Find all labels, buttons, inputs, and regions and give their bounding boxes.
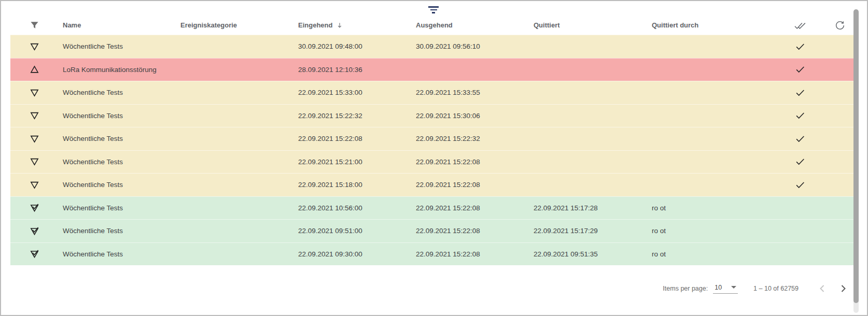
page-size-select[interactable]: 10 (713, 284, 738, 294)
triangle-down-icon (29, 88, 40, 98)
column-header-quittiert[interactable]: Quittiert (529, 21, 647, 29)
done-all-icon[interactable] (794, 19, 806, 32)
cell-name: Wöchentliche Tests (58, 135, 176, 142)
cell-name: Wöchentliche Tests (58, 227, 176, 235)
table-row[interactable]: Wöchentliche Tests 22.09.2021 15:18:00 2… (10, 173, 858, 196)
cell-acknowledged-by: ro ot (647, 227, 777, 235)
cell-outgoing: 22.09.2021 15:22:08 (411, 250, 529, 258)
triangle-up-icon (29, 64, 40, 75)
cell-acknowledged-by: ro ot (647, 204, 777, 212)
acknowledge-check-icon[interactable] (794, 110, 806, 121)
paginator-range-label: 1 – 10 of 62759 (753, 285, 799, 292)
ack-action-cell (777, 156, 823, 167)
triangle-down-check-icon (29, 226, 40, 236)
filter-funnel-icon[interactable] (30, 20, 39, 30)
column-header-ereigniskategorie[interactable]: Ereigniskategorie (176, 21, 293, 29)
column-header-name[interactable]: Name (58, 21, 176, 29)
acknowledge-check-icon[interactable] (794, 133, 806, 145)
chevron-down-icon (731, 286, 736, 289)
cell-incoming: 22.09.2021 15:18:00 (293, 181, 411, 189)
cell-incoming: 28.09.2021 12:10:36 (293, 66, 411, 74)
alarm-table-page: Name Ereigniskategorie Eingehend Ausgehe… (0, 0, 868, 316)
chevron-right-icon (837, 282, 849, 295)
cell-outgoing: 22.09.2021 15:30:06 (411, 112, 529, 120)
ack-action-cell (777, 64, 823, 75)
column-header-quittiert-durch[interactable]: Quittiert durch (647, 21, 777, 29)
cell-name: Wöchentliche Tests (58, 181, 176, 189)
cell-acknowledged-by: ro ot (647, 250, 777, 258)
cell-incoming: 22.09.2021 15:22:32 (293, 112, 411, 120)
next-page-button[interactable] (833, 278, 853, 299)
state-cell (10, 41, 58, 52)
state-cell (10, 203, 58, 213)
ack-action-cell (777, 110, 823, 121)
table-row[interactable]: Wöchentliche Tests 22.09.2021 09:51:00 2… (10, 219, 858, 242)
table-row[interactable]: Wöchentliche Tests 22.09.2021 15:21:00 2… (10, 150, 858, 174)
table-row[interactable]: Wöchentliche Tests 22.09.2021 15:22:08 2… (10, 127, 858, 150)
table-row[interactable]: Wöchentliche Tests 30.09.2021 09:48:00 3… (10, 35, 858, 58)
triangle-down-icon (29, 180, 40, 190)
ack-action-cell (777, 133, 823, 145)
cell-incoming: 22.09.2021 15:21:00 (293, 158, 411, 166)
cell-outgoing: 22.09.2021 15:33:55 (411, 89, 529, 96)
acknowledge-check-icon[interactable] (794, 41, 806, 52)
filter-list-bar (430, 9, 437, 11)
cell-incoming: 22.09.2021 10:56:00 (293, 204, 411, 212)
triangle-down-icon (29, 41, 40, 52)
cell-name: Wöchentliche Tests (58, 112, 176, 120)
table-row[interactable]: Wöchentliche Tests 22.09.2021 15:33:00 2… (10, 81, 858, 104)
cell-incoming: 30.09.2021 09:48:00 (293, 42, 411, 50)
previous-page-button[interactable] (812, 278, 833, 299)
table-row[interactable]: Wöchentliche Tests 22.09.2021 10:56:00 2… (10, 196, 858, 220)
cell-name: Wöchentliche Tests (58, 158, 176, 166)
cell-outgoing: 22.09.2021 15:22:08 (411, 227, 529, 235)
alarm-table: Name Ereigniskategorie Eingehend Ausgehe… (10, 16, 858, 265)
state-cell (10, 110, 58, 121)
cell-acknowledged: 22.09.2021 15:17:28 (529, 204, 647, 212)
table-header: Name Ereigniskategorie Eingehend Ausgehe… (10, 16, 858, 35)
cell-outgoing: 22.09.2021 15:22:08 (411, 204, 529, 212)
cell-outgoing: 22.09.2021 15:22:08 (411, 158, 529, 166)
cell-acknowledged: 22.09.2021 09:51:35 (529, 250, 647, 258)
cell-incoming: 22.09.2021 15:33:00 (293, 89, 411, 96)
cell-name: Wöchentliche Tests (58, 89, 176, 96)
cell-outgoing: 30.09.2021 09:56:10 (411, 42, 529, 50)
filter-list-bar (432, 12, 435, 13)
column-header-ausgehend[interactable]: Ausgehend (411, 21, 529, 29)
acknowledge-check-icon[interactable] (794, 156, 806, 167)
state-cell (10, 64, 58, 75)
cell-outgoing: 22.09.2021 15:22:08 (411, 181, 529, 189)
page-size-value: 10 (715, 284, 722, 291)
filter-list-icon[interactable] (426, 4, 441, 16)
triangle-down-check-icon (29, 203, 40, 213)
state-cell (10, 180, 58, 190)
state-cell (10, 156, 58, 167)
header-ack-all-cell (777, 19, 823, 32)
acknowledge-check-icon[interactable] (794, 179, 806, 191)
triangle-down-check-icon (29, 249, 40, 259)
scrollbar-thumb[interactable] (853, 9, 859, 303)
acknowledge-check-icon[interactable] (794, 87, 806, 98)
triangle-down-icon (29, 110, 40, 121)
refresh-icon[interactable] (834, 20, 846, 31)
cell-name: Wöchentliche Tests (58, 204, 176, 212)
ack-action-cell (777, 41, 823, 52)
triangle-down-icon (29, 156, 40, 167)
column-header-eingehend[interactable]: Eingehend (293, 21, 411, 29)
acknowledge-check-icon[interactable] (794, 64, 806, 75)
state-cell (10, 134, 58, 144)
table-row[interactable]: Wöchentliche Tests 22.09.2021 15:22:32 2… (10, 104, 858, 127)
items-per-page-label: Items per page: (663, 285, 708, 292)
header-refresh-cell (823, 20, 857, 31)
table-row[interactable]: LoRa Kommunikationsstörung 28.09.2021 12… (10, 58, 858, 81)
paginator: Items per page: 10 1 – 10 of 62759 (663, 278, 853, 299)
triangle-down-icon (29, 134, 40, 144)
cell-outgoing: 22.09.2021 15:22:32 (411, 135, 529, 142)
column-header-eingehend-label: Eingehend (298, 21, 332, 29)
sort-descending-arrow-icon (336, 22, 343, 29)
cell-acknowledged: 22.09.2021 15:17:29 (529, 227, 647, 235)
chevron-left-icon (816, 282, 829, 295)
filter-list-bar (428, 6, 439, 8)
cell-name: Wöchentliche Tests (58, 42, 176, 50)
table-row[interactable]: Wöchentliche Tests 22.09.2021 09:30:00 2… (10, 242, 858, 266)
